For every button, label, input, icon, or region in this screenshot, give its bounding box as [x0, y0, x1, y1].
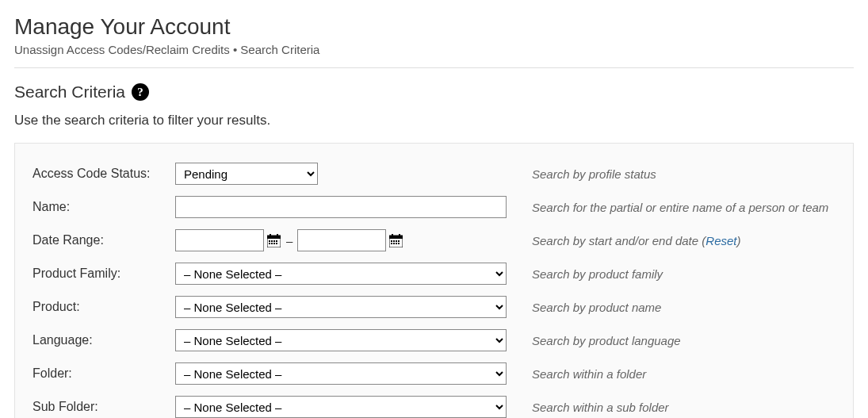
svg-rect-20: [391, 243, 392, 244]
svg-rect-18: [396, 240, 397, 242]
date-range-label: Date Range:: [33, 233, 175, 247]
date-end-input[interactable]: [297, 229, 386, 251]
svg-rect-5: [271, 240, 273, 242]
svg-rect-1: [267, 236, 281, 239]
svg-rect-19: [398, 240, 400, 242]
svg-rect-6: [273, 240, 275, 242]
product-family-label: Product Family:: [33, 267, 175, 281]
access-code-status-hint: Search by profile status: [508, 167, 835, 181]
date-start-input[interactable]: [175, 229, 264, 251]
svg-rect-11: [276, 243, 277, 244]
folder-label: Folder:: [33, 366, 175, 381]
name-label: Name:: [33, 200, 175, 214]
calendar-icon[interactable]: [389, 234, 403, 247]
product-family-hint: Search by product family: [508, 267, 835, 281]
access-code-status-label: Access Code Status:: [33, 167, 175, 181]
sub-folder-select[interactable]: – None Selected –: [175, 396, 507, 418]
language-label: Language:: [33, 333, 175, 347]
page-title: Manage Your Account: [14, 14, 854, 40]
svg-rect-8: [269, 243, 270, 244]
language-select[interactable]: – None Selected –: [175, 329, 507, 351]
product-select[interactable]: – None Selected –: [175, 296, 507, 318]
sub-folder-hint: Search within a sub folder: [508, 401, 835, 414]
access-code-status-select[interactable]: Pending: [175, 163, 318, 185]
folder-select[interactable]: – None Selected –: [175, 362, 507, 385]
product-label: Product:: [33, 300, 175, 314]
breadcrumb: Unassign Access Codes/Reclaim Credits • …: [14, 43, 854, 56]
svg-rect-14: [392, 234, 393, 236]
svg-rect-10: [273, 243, 275, 244]
product-hint: Search by product name: [508, 301, 835, 314]
reset-link[interactable]: Reset: [705, 234, 736, 247]
svg-rect-2: [270, 234, 271, 236]
svg-rect-4: [269, 240, 270, 242]
svg-rect-22: [396, 243, 397, 244]
svg-rect-3: [277, 234, 278, 236]
name-input[interactable]: [175, 196, 507, 218]
svg-rect-16: [391, 240, 392, 242]
help-icon[interactable]: ?: [132, 83, 149, 101]
sub-folder-label: Sub Folder:: [33, 400, 175, 414]
name-hint: Search for the partial or entire name of…: [508, 201, 835, 214]
svg-rect-17: [393, 240, 395, 242]
date-range-separator: –: [286, 234, 293, 247]
section-description: Use the search criteria to filter your r…: [14, 113, 854, 128]
svg-rect-15: [399, 234, 400, 236]
language-hint: Search by product language: [508, 334, 835, 347]
product-family-select[interactable]: – None Selected –: [175, 263, 507, 285]
svg-rect-23: [398, 243, 400, 244]
section-title: Search Criteria: [14, 82, 125, 102]
calendar-icon[interactable]: [267, 234, 281, 247]
folder-hint: Search within a folder: [508, 367, 835, 381]
svg-rect-13: [389, 236, 403, 239]
date-range-hint: Search by start and/or end date (Reset): [508, 234, 835, 247]
svg-rect-7: [276, 240, 277, 242]
divider: [14, 67, 854, 68]
search-criteria-panel: Access Code Status: Pending Search by pr…: [14, 143, 854, 418]
svg-rect-21: [393, 243, 395, 244]
svg-rect-9: [271, 243, 273, 244]
